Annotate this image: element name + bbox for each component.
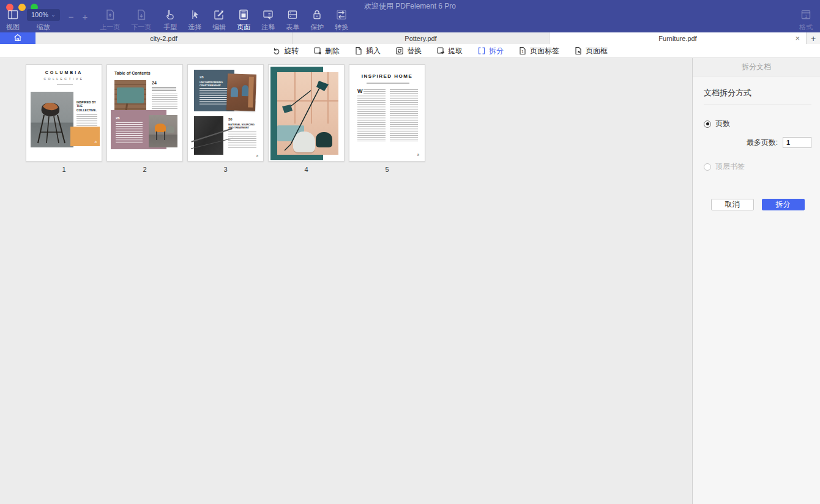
tab-pottery[interactable]: Pottery.pdf bbox=[293, 32, 550, 44]
page-5-preview[interactable]: INSPIRED HOME W h bbox=[349, 64, 425, 161]
cancel-button[interactable]: 取消 bbox=[711, 199, 754, 210]
interior-photo bbox=[277, 72, 338, 155]
placeholder-text bbox=[357, 89, 386, 142]
split-confirm-button[interactable]: 拆分 bbox=[762, 199, 805, 210]
brand-logo: h bbox=[256, 154, 258, 158]
placeholder-text bbox=[228, 131, 256, 149]
radio-unselected-icon[interactable] bbox=[704, 163, 711, 171]
view-button[interactable]: 视图 bbox=[6, 8, 20, 32]
page5-title: INSPIRED HOME bbox=[349, 73, 425, 79]
max-pages-label: 最多页数: bbox=[747, 138, 778, 148]
comment-bubble-icon bbox=[262, 8, 274, 21]
page-box-icon bbox=[574, 46, 583, 55]
page-number-label: 4 bbox=[304, 166, 308, 173]
page3-heading-2: MATERIAL SOURCING AND TREATMENT bbox=[228, 123, 255, 129]
page-number-label: 5 bbox=[385, 166, 389, 173]
next-page-button[interactable]: 下一页 bbox=[131, 8, 151, 32]
placeholder-text bbox=[152, 94, 177, 109]
page-1-preview[interactable]: COLUMBIA COLLECTIVE bbox=[26, 64, 102, 161]
split-document-panel: 拆分文档 文档拆分方式 页数 最多页数: 顶层书签 取消 拆分 bbox=[692, 58, 820, 504]
plus-icon: + bbox=[82, 10, 88, 23]
page-number-label: 2 bbox=[143, 166, 146, 173]
placeholder-text bbox=[116, 122, 143, 143]
tab-furniture[interactable]: Furniture.pdf × bbox=[550, 32, 807, 44]
thumbnail-canvas: COLUMBIA COLLECTIVE bbox=[0, 58, 692, 504]
delete-page-icon bbox=[313, 46, 322, 55]
delete-button[interactable]: 删除 bbox=[313, 46, 340, 56]
page-thumbnail-3[interactable]: 28 UNCOMPROMISING CRAFTSMANSHIP 30 MATER… bbox=[187, 64, 264, 173]
page-labels-button[interactable]: 1 页面标签 bbox=[518, 46, 559, 56]
orange-block: h bbox=[70, 127, 100, 146]
option-top-bookmarks[interactable]: 顶层书签 bbox=[704, 161, 811, 172]
edit-tool-button[interactable]: 编辑 bbox=[212, 8, 226, 32]
fabric-photo bbox=[194, 116, 223, 155]
page3-heading-1: UNCOMPROMISING CRAFTSMANSHIP bbox=[199, 81, 226, 87]
replace-icon bbox=[395, 46, 404, 55]
insert-button[interactable]: 插入 bbox=[354, 46, 381, 56]
page-boxes-button[interactable]: 页面框 bbox=[574, 46, 608, 56]
zoom-out-button[interactable]: − bbox=[69, 8, 74, 23]
page-operations-toolbar: 旋转 删除 插入 替换 提取 bbox=[0, 44, 820, 58]
page-thumbnail-5[interactable]: INSPIRED HOME W h 5 bbox=[349, 64, 425, 173]
placeholder-text bbox=[199, 88, 228, 106]
max-pages-input[interactable] bbox=[783, 137, 811, 148]
svg-text:1: 1 bbox=[805, 13, 808, 19]
format-panel-button[interactable]: 1 格式 bbox=[799, 8, 813, 32]
orange-chair-photo bbox=[149, 115, 177, 147]
home-tab[interactable] bbox=[0, 32, 35, 44]
page1-heading: INSPIRED BY THE COLLECTIVE. bbox=[76, 100, 99, 112]
toc-number-24: 24 bbox=[152, 81, 157, 85]
page-thumbnail-1[interactable]: COLUMBIA COLLECTIVE bbox=[26, 64, 102, 173]
page1-title: COLUMBIA bbox=[26, 70, 102, 75]
minus-icon: − bbox=[69, 10, 74, 23]
brand-logo: h bbox=[417, 153, 419, 157]
convert-tool-button[interactable]: 转换 bbox=[335, 8, 348, 32]
form-tool-button[interactable]: 表单 bbox=[286, 8, 299, 32]
app-toolbar: 欢迎使用 PDFelement 6 Pro 视图 100% ⌄ 缩放 − + bbox=[0, 0, 820, 32]
option-page-count[interactable]: 页数 bbox=[704, 119, 811, 129]
convert-arrows-icon bbox=[335, 8, 348, 21]
hand-icon bbox=[164, 8, 176, 21]
close-tab-icon[interactable]: × bbox=[795, 32, 800, 44]
split-method-heading: 文档拆分方式 bbox=[704, 87, 811, 98]
new-tab-button[interactable]: + bbox=[807, 32, 820, 44]
page-thumbnail-4[interactable]: 4 bbox=[268, 64, 345, 173]
tab-city-2[interactable]: city-2.pdf bbox=[35, 32, 293, 44]
split-brackets-icon bbox=[477, 46, 486, 55]
form-fields-icon bbox=[286, 8, 299, 21]
insert-page-icon bbox=[354, 46, 363, 55]
page-thumbnail-2[interactable]: Table of Contents 24 26 bbox=[106, 64, 183, 173]
dropcap: W bbox=[357, 88, 363, 94]
rotate-button[interactable]: 旋转 bbox=[272, 46, 299, 56]
page-tool-button[interactable]: 页面 bbox=[237, 8, 250, 32]
prev-page-button[interactable]: 上一页 bbox=[100, 8, 120, 32]
page-down-icon bbox=[135, 8, 147, 21]
page-3-preview[interactable]: 28 UNCOMPROMISING CRAFTSMANSHIP 30 MATER… bbox=[187, 64, 264, 161]
page-2-preview[interactable]: Table of Contents 24 26 bbox=[106, 64, 183, 161]
page-grid-icon bbox=[237, 8, 250, 21]
hand-tool-button[interactable]: 手型 bbox=[163, 8, 177, 32]
chair-photo bbox=[31, 92, 73, 147]
protect-tool-button[interactable]: 保护 bbox=[310, 8, 324, 32]
comment-tool-button[interactable]: 注释 bbox=[261, 8, 275, 32]
toc-number-26: 26 bbox=[116, 116, 120, 120]
page2-title: Table of Contents bbox=[114, 71, 151, 75]
zoom-control: 100% ⌄ 缩放 bbox=[27, 8, 60, 32]
craftsmen-photo bbox=[226, 73, 256, 111]
page-number-label: 1 bbox=[62, 166, 65, 173]
select-tool-button[interactable]: 选择 bbox=[188, 8, 201, 32]
zoom-in-button[interactable]: + bbox=[82, 8, 88, 23]
extract-button[interactable]: 提取 bbox=[436, 46, 463, 56]
page-up-icon bbox=[104, 8, 116, 21]
replace-button[interactable]: 替换 bbox=[395, 46, 422, 56]
zoom-dropdown[interactable]: 100% ⌄ bbox=[27, 9, 60, 21]
page-4-preview[interactable] bbox=[268, 64, 345, 161]
radio-selected-icon[interactable] bbox=[704, 120, 711, 128]
home-icon bbox=[13, 33, 22, 44]
extract-icon bbox=[436, 46, 445, 55]
lock-icon bbox=[311, 8, 323, 21]
document-tabbar: city-2.pdf Pottery.pdf Furniture.pdf × + bbox=[0, 32, 820, 44]
placeholder-text bbox=[152, 87, 176, 92]
split-button[interactable]: 拆分 bbox=[477, 46, 504, 56]
select-cursor-icon bbox=[188, 8, 201, 21]
